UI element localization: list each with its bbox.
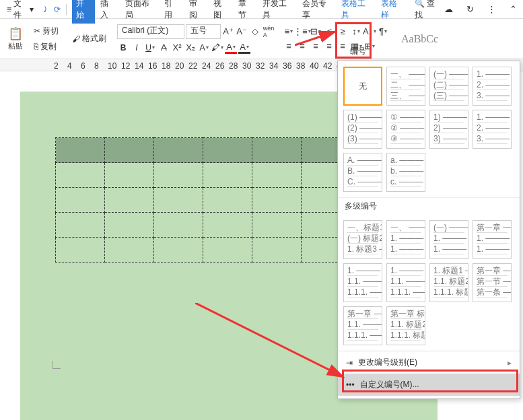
strike[interactable]: A̶ xyxy=(158,42,170,54)
tab-table-tools[interactable]: 表格工具 xyxy=(337,0,376,24)
svg-line-1 xyxy=(195,303,343,377)
text-effect[interactable]: A xyxy=(198,42,210,54)
svg-line-0 xyxy=(295,32,335,45)
file-menu[interactable]: ≡ 文件 ▾ xyxy=(4,0,36,23)
numbering-option-none[interactable]: 无 xyxy=(343,67,382,106)
grow-font[interactable]: A⁺ xyxy=(222,26,234,38)
numbering-option[interactable]: 一、标题1 ———(一) 标题2 ———1. 标题3 ——— xyxy=(343,220,382,259)
cloud-icon[interactable]: ☁ xyxy=(442,3,454,15)
numbering-option[interactable]: 一、 ———二、 ———三、 ——— xyxy=(386,67,425,106)
numbering-option[interactable]: (1) ———(2) ———(3) ——— xyxy=(343,110,382,149)
tab-table-style[interactable]: 表格样 xyxy=(377,0,408,24)
change-level-item[interactable]: ⇥ 更改编号级别(E) ▸ xyxy=(338,351,520,374)
page-margin-marker xyxy=(53,361,61,369)
tab-insert[interactable]: 插入 xyxy=(96,0,119,24)
annotation-arrow-2 xyxy=(195,303,350,384)
cut-button[interactable]: ✂ 剪切 xyxy=(31,24,61,38)
annotation-arrow-1 xyxy=(295,26,342,46)
tab-ref[interactable]: 引用 xyxy=(160,0,183,24)
subscript[interactable]: X₂ xyxy=(184,42,197,54)
numbering-option[interactable]: 第一章 ———1. ———1. ——— xyxy=(473,220,512,259)
document-table[interactable] xyxy=(55,137,351,262)
more-icon[interactable]: ⋮ xyxy=(485,3,497,15)
numbering-option[interactable]: (一) ———1. ———1. ——— xyxy=(429,220,468,259)
numbering-option[interactable]: 1. ———2. ———3. ——— xyxy=(473,67,512,106)
tab-review[interactable]: 审阅 xyxy=(185,0,208,24)
copy-button[interactable]: ⎘ 复制 xyxy=(31,40,61,54)
italic[interactable]: I xyxy=(131,42,143,54)
tab-layout[interactable]: 页面布局 xyxy=(121,0,160,24)
align-left[interactable]: ≡ xyxy=(283,40,295,53)
sync-icon[interactable]: ↻ xyxy=(464,3,476,15)
numbering-option[interactable]: 第一章 ———第一节 ———第一条 ——— xyxy=(473,263,512,302)
underline[interactable]: U xyxy=(144,42,156,54)
menubar: ≡ 文件 ▾ ⤸ ⟳ 开始 插入 页面布局 引用 审阅 视图 章节 开发工具 会… xyxy=(0,0,523,19)
numbering-option[interactable]: (一) ———(二) ———(三) ——— xyxy=(429,67,468,106)
bold[interactable]: B xyxy=(117,42,129,54)
tab-home[interactable]: 开始 xyxy=(72,0,95,24)
ribbon: 📋 粘贴 ✂ 剪切 ⎘ 复制 🖌格式刷 Calibri (正文) 五号 A⁺ A… xyxy=(0,19,523,59)
numbering-option[interactable]: A. ———B. ———C. ——— xyxy=(343,153,382,192)
shrink-font[interactable]: A⁻ xyxy=(236,26,248,38)
tab-section[interactable]: 章节 xyxy=(234,0,257,24)
font-name-select[interactable]: Calibri (正文) xyxy=(117,24,184,39)
expand-icon[interactable]: ⌃ xyxy=(507,3,519,15)
font-color[interactable]: A xyxy=(225,42,237,54)
highlight[interactable]: 🖍 xyxy=(211,42,223,54)
tab-dev[interactable]: 开发工具 xyxy=(258,0,297,24)
tab-vip[interactable]: 会员专享 xyxy=(298,0,337,24)
numbering-option[interactable]: a. ———b. ———c. ——— xyxy=(386,153,425,192)
clear-format[interactable]: ◇ xyxy=(249,26,261,38)
phonetic[interactable]: wénA xyxy=(263,26,275,38)
numbering-option[interactable]: 1. ———2. ———3. ——— xyxy=(473,110,512,149)
numbering-option[interactable]: 1. 标题1 ———1.1. 标题2 ———1.1.1. 标题3 ——— xyxy=(429,263,468,302)
numbering-option[interactable]: 1. ———1.1. ———1.1.1. ——— xyxy=(386,263,425,302)
superscript[interactable]: X² xyxy=(171,42,183,54)
tab-view[interactable]: 视图 xyxy=(209,0,232,24)
numbering-option[interactable]: 第一章 标题1 ———1.1. 标题2 ———1.1.1. 标题3 ——— xyxy=(386,306,425,345)
numbering-dropdown: 无一、 ———二、 ———三、 ———(一) ———(二) ———(三) ———… xyxy=(337,61,520,399)
custom-numbering-item[interactable]: ••• 自定义编号(M)... xyxy=(338,374,520,396)
numbering-option[interactable]: 1. ———1.1. ———1.1.1. ——— xyxy=(343,263,382,302)
numbering-option[interactable]: 1) ———2) ———3) ——— xyxy=(429,110,468,149)
numbering-option[interactable]: 一、 ———1. ———1. ——— xyxy=(386,220,425,259)
para-marks[interactable]: ¶ xyxy=(377,26,389,38)
format-painter[interactable]: 🖌格式刷 xyxy=(69,32,109,46)
font-size-select[interactable]: 五号 xyxy=(186,24,221,39)
search-box[interactable]: 🔍 查找 xyxy=(415,0,441,21)
multilevel-section-label: 多级编号 xyxy=(338,197,520,215)
paste-button[interactable]: 📋 粘贴 xyxy=(5,22,26,57)
numbering-option[interactable]: ① ———② ———③ ——— xyxy=(386,110,425,149)
styles-preview[interactable]: AaBbCc xyxy=(394,33,445,45)
shading[interactable]: A xyxy=(238,42,250,54)
